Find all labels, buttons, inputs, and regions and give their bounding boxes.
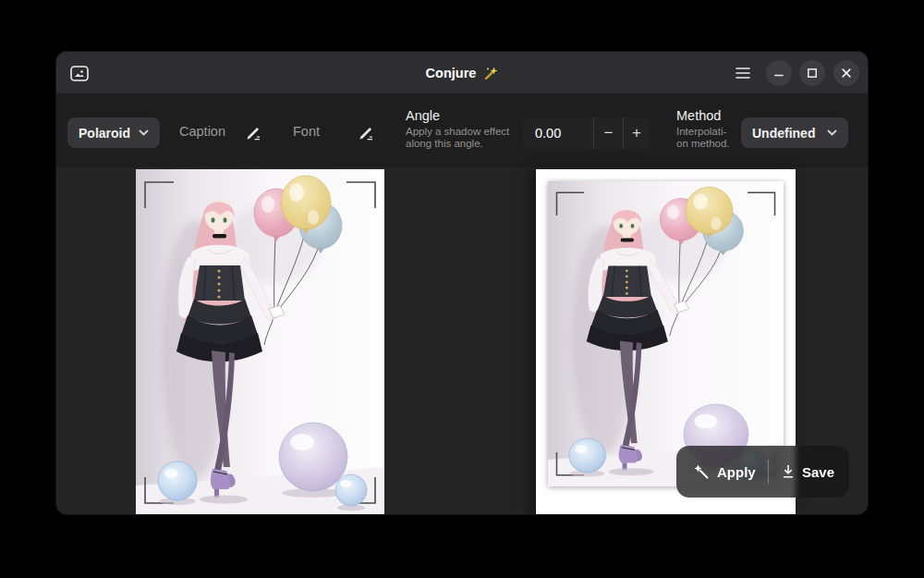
source-image: [136, 169, 384, 515]
font-edit-button[interactable]: [354, 121, 378, 145]
image-icon: [70, 66, 89, 81]
method-group: Method Interpolati- on method.: [676, 108, 737, 150]
method-description: Interpolati- on method.: [676, 126, 737, 150]
magic-wand-icon: [694, 464, 710, 480]
chevron-down-icon: [827, 129, 837, 136]
image-icon-button[interactable]: [66, 59, 93, 87]
maximize-button[interactable]: [799, 60, 825, 86]
angle-spinbox: 0.00 − +: [523, 117, 650, 149]
method-dropdown[interactable]: Undefined: [741, 117, 848, 148]
angle-description: Apply a shadow effect along this angle.: [406, 126, 526, 150]
save-download-icon: [782, 464, 795, 479]
save-label: Save: [802, 464, 834, 480]
save-button[interactable]: Save: [769, 446, 849, 498]
method-label: Method: [676, 108, 737, 123]
font-label: Font: [293, 124, 320, 139]
chevron-down-icon: [139, 129, 149, 136]
method-dropdown-value: Undefined: [752, 126, 815, 141]
filter-dropdown[interactable]: Polaroid: [67, 117, 160, 148]
apply-label: Apply: [717, 464, 756, 480]
apply-button[interactable]: Apply: [676, 446, 768, 498]
minimize-icon: [773, 68, 784, 79]
maximize-icon: [807, 68, 818, 79]
caption-edit-button[interactable]: [241, 121, 265, 145]
action-bar: Apply Save: [676, 446, 849, 498]
angle-value-input[interactable]: 0.00: [523, 117, 593, 149]
minimize-button[interactable]: [766, 60, 792, 86]
caption-label: Caption: [179, 124, 225, 139]
angle-decrement-button[interactable]: −: [593, 117, 623, 149]
filter-dropdown-value: Polaroid: [79, 126, 130, 141]
edit-pencil-icon: [244, 124, 262, 142]
angle-group: Angle Apply a shadow effect along this a…: [406, 108, 526, 150]
angle-increment-button[interactable]: +: [623, 117, 650, 149]
app-title: Conjure: [426, 66, 477, 80]
filter-toolbar: Polaroid Caption Font Angle Apply a shad…: [56, 95, 868, 167]
app-window: Conjure: [55, 51, 869, 515]
magic-wand-icon: [482, 66, 498, 81]
close-icon: [841, 68, 852, 79]
hamburger-menu-button[interactable]: [729, 59, 757, 87]
close-button[interactable]: [833, 60, 859, 86]
headerbar: Conjure: [56, 52, 868, 94]
edit-pencil-icon: [357, 124, 375, 142]
preview-image: [548, 181, 784, 486]
angle-label: Angle: [406, 108, 526, 123]
hamburger-icon: [736, 67, 750, 80]
